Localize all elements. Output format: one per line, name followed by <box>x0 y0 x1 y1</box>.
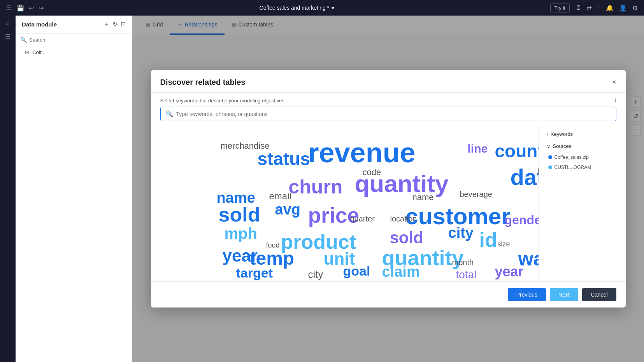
source-item-2[interactable]: CUSTL...OGRAM <box>545 163 616 172</box>
word-17[interactable]: name <box>217 190 255 206</box>
sidebar-item-coffee[interactable]: ⊞ Coff... <box>19 46 132 58</box>
try-it-button[interactable]: Try it <box>550 4 570 12</box>
word-29[interactable]: merchandise <box>221 141 270 151</box>
sidebar-search: 🔍 <box>16 33 132 46</box>
previous-button[interactable]: Previous <box>508 288 546 301</box>
chevron-right-icon: › <box>547 131 548 137</box>
word-41[interactable]: food <box>266 242 280 250</box>
sidebar-header: Data module ＋ ↻ ⊡ <box>16 16 132 33</box>
expand-icon[interactable]: ⊡ <box>121 20 126 28</box>
cancel-button[interactable]: Cancel <box>582 288 616 301</box>
add-icon[interactable]: ＋ <box>103 20 109 28</box>
publish-icon[interactable]: ↑ <box>597 4 600 11</box>
bell-icon[interactable]: 🔔 <box>606 4 614 12</box>
modal-header: Discover related tables × <box>151 70 626 93</box>
left-icon-strip: ⌂ ☰ <box>0 16 16 362</box>
content-area: ⊞ Grid → Relationships ⊞ Custom tables D… <box>132 16 644 362</box>
sidebar-actions: ＋ ↻ ⊡ <box>103 20 126 28</box>
sources-section[interactable]: ∨ Sources <box>545 141 616 151</box>
user-icon[interactable]: 👤 <box>619 4 627 12</box>
modal-footer: Previous Next Cancel <box>151 281 626 308</box>
word-7[interactable]: status <box>258 149 310 169</box>
word-18[interactable]: avg <box>275 202 300 218</box>
word-8[interactable]: date <box>511 165 539 190</box>
sidebar-group: ⊞ Coff... <box>16 46 132 58</box>
word-42[interactable]: target <box>236 266 273 280</box>
word-6[interactable]: churn <box>289 176 343 198</box>
word-9[interactable]: id <box>479 229 497 251</box>
word-35[interactable]: name <box>412 193 434 202</box>
source-dot-2 <box>548 165 552 169</box>
word-47[interactable]: year <box>495 264 524 279</box>
source-label-2: CUSTL...OGRAM <box>555 165 591 170</box>
settings-icon[interactable]: ⚙ <box>632 4 638 12</box>
refresh-icon[interactable]: ↻ <box>112 20 118 28</box>
word-30[interactable]: code <box>363 168 381 177</box>
app-title: Coffee sales and marketing * <box>260 5 330 11</box>
word-43[interactable]: city <box>308 269 323 280</box>
modal-subtitle-text: Select keywords that describe your model… <box>160 98 286 104</box>
word-cloud: revenuequantitycustomerpriceproductsoldc… <box>160 126 539 281</box>
monitor-icon[interactable]: 🖥 <box>575 4 581 11</box>
sidebar: Data module ＋ ↻ ⊡ 🔍 ⊞ Coff... <box>16 16 132 362</box>
discover-modal: Discover related tables × Select keyword… <box>151 70 626 308</box>
word-33[interactable]: email <box>269 191 291 201</box>
search-icon: 🔍 <box>20 37 27 43</box>
word-46[interactable]: total <box>456 269 477 281</box>
word-31[interactable]: id <box>538 167 539 176</box>
modal-search-icon: 🔍 <box>165 110 173 118</box>
topbar-right: Try it 🖥 ⇄ ↑ 🔔 👤 ⚙ <box>550 4 638 12</box>
source-item-1[interactable]: Coffee_sales.zip <box>545 153 616 162</box>
close-button[interactable]: × <box>612 79 616 86</box>
topbar-center: Coffee sales and marketing * ▾ <box>260 5 335 11</box>
word-37[interactable]: location <box>390 214 417 223</box>
keywords-section[interactable]: › Keywords <box>545 129 616 139</box>
word-38[interactable]: quarter <box>350 214 375 223</box>
layers-icon[interactable]: ☰ <box>5 33 11 40</box>
topbar-left: ☰ 💾 ↩ ↪ <box>6 4 44 12</box>
chevron-down-icon: ∨ <box>547 143 551 149</box>
modal-backdrop: Discover related tables × Select keyword… <box>132 16 644 362</box>
sidebar-item-label: Coff... <box>32 49 126 55</box>
source-label-1: Coffee_sales.zip <box>555 155 589 160</box>
next-button[interactable]: Next <box>550 288 578 301</box>
table-icon: ⊞ <box>25 49 29 55</box>
word-27[interactable]: line <box>468 142 488 155</box>
modal-subtitle: Select keywords that describe your model… <box>151 93 626 107</box>
sidebar-title: Data module <box>22 21 57 28</box>
search-input[interactable] <box>29 37 127 43</box>
save-icon[interactable]: 💾 <box>16 4 24 12</box>
info-icon[interactable]: ℹ <box>614 97 616 104</box>
share-icon[interactable]: ⇄ <box>587 4 592 12</box>
word-24[interactable]: gender <box>505 213 539 227</box>
word-44[interactable]: goal <box>343 264 370 278</box>
word-10[interactable]: count <box>495 141 539 161</box>
word-20[interactable]: city <box>448 225 474 241</box>
modal-search-input[interactable] <box>176 111 611 117</box>
word-49[interactable]: month <box>452 258 474 267</box>
word-cloud-area: revenuequantitycustomerpriceproductsoldc… <box>160 126 539 281</box>
home-icon[interactable]: ⌂ <box>6 19 10 26</box>
word-0[interactable]: revenue <box>308 137 416 168</box>
redo-icon[interactable]: ↪ <box>39 4 44 12</box>
modal-body: revenuequantitycustomerpriceproductsoldc… <box>151 126 626 281</box>
keywords-label: Keywords <box>551 131 573 137</box>
word-23[interactable]: mph <box>225 225 257 242</box>
undo-icon[interactable]: ↩ <box>29 4 34 12</box>
modal-right-panel: › Keywords ∨ Sources Coffee_sales.zip <box>539 126 616 281</box>
dropdown-icon[interactable]: ▾ <box>332 5 334 11</box>
menu-icon[interactable]: ☰ <box>6 4 12 12</box>
topbar: ☰ 💾 ↩ ↪ Coffee sales and marketing * ▾ T… <box>0 0 644 16</box>
word-5[interactable]: sold <box>219 204 260 226</box>
word-34[interactable]: beverage <box>460 190 492 199</box>
word-45[interactable]: claim <box>382 264 420 280</box>
word-40[interactable]: size <box>498 241 510 248</box>
word-19[interactable]: sold <box>390 229 423 247</box>
main-layout: ⌂ ☰ Data module ＋ ↻ ⊡ 🔍 ⊞ Coff... <box>0 16 644 362</box>
sources-label: Sources <box>553 143 572 149</box>
modal-title: Discover related tables <box>160 78 246 87</box>
source-dot-1 <box>548 155 552 159</box>
modal-search-box: 🔍 <box>160 107 616 121</box>
